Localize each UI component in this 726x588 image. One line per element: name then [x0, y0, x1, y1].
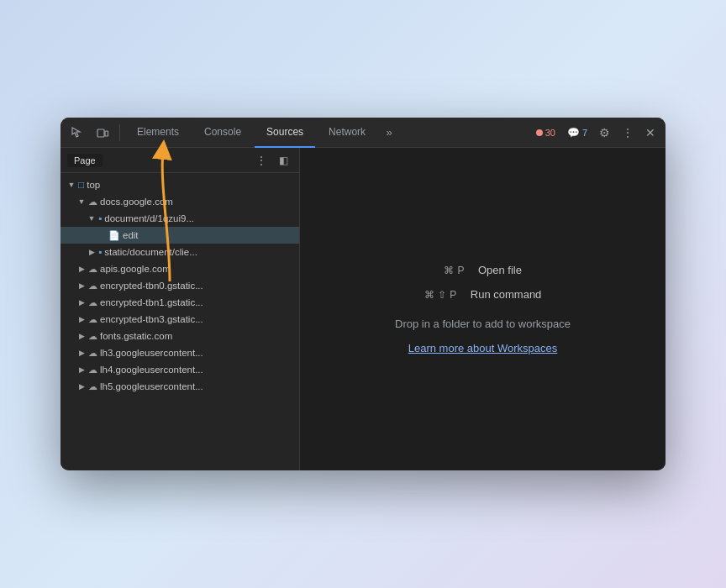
chevron-document: ▼: [87, 214, 96, 223]
tree-label-docs: docs.google.com: [100, 197, 173, 207]
sidebar-more-button[interactable]: ⋮: [252, 151, 271, 170]
chevron-lh4: ▶: [77, 365, 86, 374]
tree-label-static: static/document/clie...: [104, 247, 197, 257]
cloud-icon-tbn1: ☁: [88, 297, 97, 308]
folder-icon-static: ▪: [98, 246, 102, 258]
tree-label-tbn3: encrypted-tbn3.gstatic...: [100, 314, 203, 324]
open-file-shortcut: ⌘ P Open file: [444, 264, 522, 276]
svg-rect-1: [105, 131, 108, 136]
cloud-icon-apis: ☁: [88, 264, 97, 275]
chevron-apis: ▶: [77, 265, 86, 273]
tree-label-apis: apis.google.com: [100, 264, 171, 274]
tree-item-lh3[interactable]: ▶ ☁ lh3.googleusercontent...: [60, 344, 299, 361]
devtools-window: Elements Console Sources Network » 30 💬 …: [60, 118, 666, 470]
message-icon: 💬: [567, 127, 580, 139]
open-file-keys: ⌘ P: [444, 265, 465, 276]
workspace-link[interactable]: Learn more about Workspaces: [408, 342, 558, 354]
cloud-icon-lh4: ☁: [88, 365, 97, 375]
more-tabs-icon[interactable]: »: [379, 121, 399, 144]
tree-label-document: document/d/1qzui9...: [104, 213, 194, 223]
tree-item-edit[interactable]: 📄 edit: [60, 227, 299, 244]
file-icon-edit: 📄: [108, 230, 120, 241]
run-command-label: Run command: [471, 288, 542, 301]
tab-console[interactable]: Console: [192, 118, 253, 148]
tree-item-document[interactable]: ▼ ▪ document/d/1qzui9...: [60, 210, 299, 227]
close-icon[interactable]: ✕: [640, 126, 660, 139]
run-command-shortcut: ⌘ ⇧ P Run command: [424, 288, 542, 301]
tree-item-lh5[interactable]: ▶ ☁ lh5.googleusercontent...: [60, 378, 299, 395]
devtools-header: Elements Console Sources Network » 30 💬 …: [60, 118, 666, 148]
tree-item-static[interactable]: ▶ ▪ static/document/clie...: [60, 244, 299, 260]
chevron-lh5: ▶: [77, 382, 86, 391]
run-command-keys: ⌘ ⇧ P: [424, 289, 457, 301]
chevron-static: ▶: [87, 248, 96, 256]
cloud-icon-lh5: ☁: [88, 381, 97, 392]
tree-label-top: top: [87, 180, 100, 190]
chevron-top: ▼: [67, 181, 76, 189]
cloud-icon-tbn3: ☁: [88, 314, 97, 325]
chevron-fonts: ▶: [77, 332, 86, 340]
sidebar: Page ⋮ ◧ ▼ □ top ▼ ☁ docs.google.com: [60, 148, 300, 470]
tree-item-lh4[interactable]: ▶ ☁ lh4.googleusercontent...: [60, 361, 299, 378]
tree-label-tbn1: encrypted-tbn1.gstatic...: [100, 297, 203, 307]
tree-item-tbn1[interactable]: ▶ ☁ encrypted-tbn1.gstatic...: [60, 294, 299, 311]
cloud-icon-docs: ☁: [88, 197, 97, 207]
tree-item-top[interactable]: ▼ □ top: [60, 176, 299, 193]
tree-item-tbn0[interactable]: ▶ ☁ encrypted-tbn0.gstatic...: [60, 277, 299, 294]
cloud-icon-fonts: ☁: [88, 331, 97, 342]
cloud-icon-tbn0: ☁: [88, 281, 97, 291]
error-badge[interactable]: 30: [531, 126, 560, 139]
error-count: 30: [545, 128, 555, 138]
drop-folder-label: Drop in a folder to add to workspace: [395, 318, 571, 330]
chevron-tbn0: ▶: [77, 281, 86, 290]
sidebar-header: Page ⋮ ◧: [60, 148, 299, 173]
main-panel: ⌘ P Open file ⌘ ⇧ P Run command Drop in …: [300, 148, 666, 470]
chevron-docs: ▼: [77, 197, 86, 206]
tree-item-apis[interactable]: ▶ ☁ apis.google.com: [60, 260, 299, 277]
sidebar-collapse-button[interactable]: ◧: [274, 151, 292, 170]
tree-label-lh5: lh5.googleusercontent...: [100, 381, 203, 391]
tree-label-fonts: fonts.gstatic.com: [100, 331, 172, 341]
more-options-icon[interactable]: ⋮: [617, 126, 639, 139]
chevron-tbn3: ▶: [77, 315, 86, 323]
cloud-icon-lh3: ☁: [88, 348, 97, 359]
header-divider: [119, 124, 120, 141]
settings-icon[interactable]: ⚙: [594, 126, 615, 139]
tree-label-lh4: lh4.googleusercontent...: [100, 365, 203, 375]
message-badge[interactable]: 💬 7: [562, 125, 592, 140]
message-count: 7: [582, 128, 587, 138]
svg-rect-0: [97, 129, 104, 137]
tree-item-fonts[interactable]: ▶ ☁ fonts.gstatic.com: [60, 328, 299, 344]
tree-label-edit: edit: [123, 230, 139, 240]
devtools-body: Page ⋮ ◧ ▼ □ top ▼ ☁ docs.google.com: [60, 148, 666, 470]
open-file-label: Open file: [478, 264, 522, 276]
tab-sources[interactable]: Sources: [255, 118, 315, 148]
tree-label-lh3: lh3.googleusercontent...: [100, 348, 203, 358]
error-dot: [536, 129, 543, 136]
sidebar-tree: ▼ □ top ▼ ☁ docs.google.com ▼ ▪ document…: [60, 173, 299, 470]
page-tab[interactable]: Page: [67, 154, 103, 167]
folder-icon-top: □: [78, 179, 84, 191]
inspect-icon[interactable]: [66, 121, 89, 144]
chevron-lh3: ▶: [77, 349, 86, 357]
tab-network[interactable]: Network: [317, 118, 377, 148]
tree-label-tbn0: encrypted-tbn0.gstatic...: [100, 281, 203, 291]
folder-icon-document: ▪: [98, 213, 102, 224]
tree-item-docs[interactable]: ▼ ☁ docs.google.com: [60, 193, 299, 210]
chevron-tbn1: ▶: [77, 298, 86, 307]
device-toggle-icon[interactable]: [91, 121, 114, 144]
tab-elements[interactable]: Elements: [125, 118, 191, 148]
tree-item-tbn3[interactable]: ▶ ☁ encrypted-tbn3.gstatic...: [60, 311, 299, 328]
